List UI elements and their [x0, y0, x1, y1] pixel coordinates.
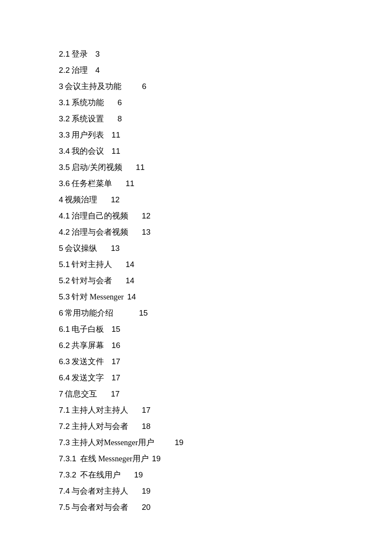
toc-page: 6	[118, 99, 122, 107]
toc-page: 16	[112, 342, 121, 350]
toc-entry: 5.3针对 Messenger14	[59, 293, 392, 301]
toc-page: 14	[126, 261, 135, 269]
toc-page: 19	[152, 455, 161, 463]
toc-entry: 7.1主持人对主持人17	[59, 406, 392, 414]
toc-page: 8	[118, 115, 122, 123]
toc-title: 主持人对主持人	[72, 406, 128, 414]
toc-number: 5.3	[59, 292, 70, 301]
toc-page: 17	[112, 358, 121, 366]
toc-page: 19	[134, 471, 143, 479]
toc-entry: 3.2系统设置8	[59, 115, 392, 123]
toc-number: 7.4	[59, 486, 70, 495]
toc-title: 电子白板	[72, 325, 104, 334]
toc-number: 4.1	[59, 211, 70, 220]
toc-page: 13	[142, 228, 151, 236]
toc-number: 3.2	[59, 114, 70, 123]
toc-entry: 7.3.1 在线 Messneger用户19	[59, 455, 392, 463]
toc-entry: 4.1治理自己的视频12	[59, 212, 392, 220]
toc-number: 6.2	[59, 341, 70, 350]
toc-number: 3.4	[59, 147, 70, 155]
toc-number: 7	[59, 389, 63, 398]
toc-page: 15	[112, 325, 121, 334]
toc-number: 7.3.2	[59, 470, 76, 479]
toc-entry: 6.2共享屏幕16	[59, 342, 392, 350]
toc-number: 7.5	[59, 503, 70, 512]
toc-entry: 7.2主持人对与会者18	[59, 423, 392, 431]
toc-number: 3.6	[59, 179, 70, 188]
toc-page: 20	[142, 503, 151, 512]
toc-page: 17	[111, 390, 120, 398]
toc-title: 治理自己的视频	[72, 212, 128, 220]
toc-page: 17	[142, 406, 151, 414]
toc-page: 11	[112, 147, 121, 155]
toc-page: 18	[142, 423, 151, 431]
toc-page: 19	[175, 439, 184, 447]
toc-entry: 3会议主持及功能6	[59, 83, 392, 91]
toc-number: 7.3	[59, 438, 70, 447]
toc-number: 7.2	[59, 422, 70, 431]
toc-page: 4	[95, 66, 100, 75]
toc-title: 共享屏幕	[72, 341, 104, 350]
toc-number: 5.2	[59, 276, 70, 285]
toc-title: 启动/关闭视频	[72, 163, 122, 172]
toc-title: 与会者对与会者	[72, 503, 128, 512]
toc-number: 2.1	[59, 49, 70, 58]
toc-number: 6.1	[59, 325, 70, 334]
toc-title: 主持人对与会者	[72, 422, 128, 431]
toc-page: 17	[112, 374, 121, 382]
toc-number: 6.3	[59, 357, 70, 366]
toc-page: 13	[111, 244, 120, 253]
toc-title: 系统设置	[72, 115, 104, 123]
toc-number: 3	[59, 82, 63, 91]
toc-page: 11	[112, 131, 121, 139]
toc-entry: 4.2治理与会者视频13	[59, 228, 392, 236]
toc-title: 视频治理	[65, 196, 97, 204]
toc-entry: 6.1电子白板15	[59, 325, 392, 334]
toc-entry: 6.3发送文件17	[59, 358, 392, 366]
toc-entry: 3.3用户列表11	[59, 131, 392, 139]
toc-title: 发送文件	[72, 357, 104, 366]
toc-title: 系统功能	[72, 98, 104, 107]
table-of-contents: 2.1登录32.2治理43会议主持及功能63.1系统功能63.2系统设置83.3…	[59, 50, 392, 512]
toc-entry: 7.4与会者对主持人19	[59, 487, 392, 495]
toc-title: 治理	[72, 66, 88, 75]
toc-entry: 4视频治理12	[59, 196, 392, 204]
toc-title: 主持人对Messenger用户	[72, 438, 154, 447]
toc-entry: 7.3主持人对Messenger用户19	[59, 439, 392, 447]
toc-entry: 5.1针对主持人14	[59, 261, 392, 269]
toc-page: 14	[127, 293, 136, 301]
toc-page: 3	[95, 50, 100, 58]
toc-entry: 5.2针对与会者14	[59, 277, 392, 285]
toc-entry: 3.4我的会议11	[59, 147, 392, 155]
toc-entry: 6.4发送文字17	[59, 374, 392, 382]
toc-page: 15	[139, 309, 148, 317]
toc-number: 5.1	[59, 260, 70, 269]
toc-entry: 5会议操纵13	[59, 244, 392, 253]
toc-entry: 7信息交互17	[59, 390, 392, 398]
toc-number: 2.2	[59, 66, 70, 75]
toc-page: 19	[142, 487, 151, 495]
toc-page: 12	[142, 212, 151, 220]
toc-entry: 3.6任务栏菜单11	[59, 180, 392, 188]
toc-number: 3.5	[59, 163, 70, 172]
toc-title: 用户列表	[72, 131, 104, 139]
toc-page: 12	[111, 196, 120, 204]
toc-entry: 2.2治理4	[59, 66, 392, 75]
toc-title: 治理与会者视频	[72, 228, 128, 236]
toc-title: 任务栏菜单	[72, 179, 112, 188]
toc-entry: 6常用功能介绍15	[59, 309, 392, 317]
toc-number: 7.3.1	[59, 454, 76, 463]
toc-title: 发送文字	[72, 374, 104, 382]
toc-page: 11	[136, 164, 145, 172]
toc-number: 7.1	[59, 405, 70, 414]
toc-entry: 7.5与会者对与会者20	[59, 503, 392, 512]
toc-title: 我的会议	[72, 147, 104, 155]
toc-title: 针对 Messenger	[72, 293, 124, 301]
toc-entry: 3.5启动/关闭视频11	[59, 164, 392, 172]
toc-title: 会议操纵	[65, 244, 97, 253]
toc-number: 6.4	[59, 373, 70, 382]
toc-number: 3.3	[59, 130, 70, 139]
toc-page: 11	[126, 180, 135, 188]
toc-title: 与会者对主持人	[72, 487, 128, 495]
toc-page: 6	[142, 83, 146, 91]
